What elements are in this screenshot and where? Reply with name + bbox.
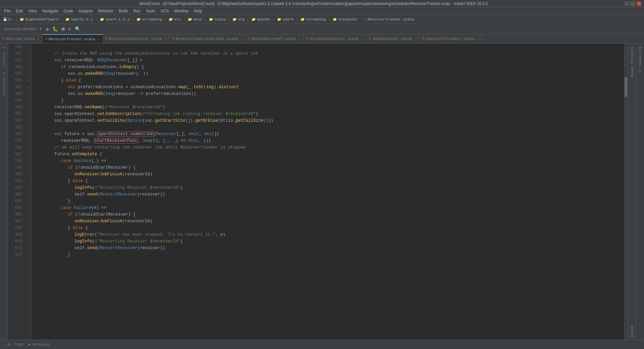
menu-file[interactable]: File [1, 8, 13, 14]
tab-close-iit[interactable]: ✕ [477, 37, 479, 41]
maven-projects-label[interactable]: Maven Projects [629, 44, 636, 80]
gutter-marker-610[interactable]: ○ [25, 238, 31, 245]
gutter-marker-586[interactable]: ○ [25, 77, 31, 84]
project-panel-toggle[interactable]: 1: Project [1, 45, 6, 68]
menu-view[interactable]: View [25, 8, 40, 14]
code-lines[interactable]: // Create the RDD using the scheduledLoc… [32, 44, 624, 340]
gutter-marker-585[interactable]: ○ [25, 70, 31, 77]
code-line-608: } else { [34, 225, 621, 231]
editor-area[interactable]: 581 582 583 584 585 586 587 588 589 590 … [8, 44, 628, 340]
terminal-tab[interactable]: ▶ Terminal [26, 342, 52, 347]
tab-jobscheduler[interactable]: S JobScheduler.scala ✕ [366, 34, 420, 43]
tab-rpcendpointref[interactable]: S RpcEndpointRef.scala ✕ [246, 34, 304, 43]
run-config[interactable]: SparkSQLUDFUDAF ▼ [1, 27, 44, 31]
tab-receivertracker[interactable]: S ReceiverTracker.scala ✕ [43, 34, 103, 43]
tab-close-js[interactable]: ✕ [415, 37, 417, 41]
gutter-marker-599[interactable]: ○ [25, 164, 31, 171]
more-button[interactable]: ⚙ [67, 25, 71, 33]
maximize-button[interactable]: □ [631, 1, 635, 6]
menu-build[interactable]: Build [116, 8, 130, 14]
gutter-marker-602[interactable]: ○ [25, 184, 31, 191]
tab-close-rpc[interactable]: ✕ [299, 37, 301, 41]
folder-icon: 📁 [300, 17, 305, 22]
gutter-marker-597[interactable]: ○ [25, 151, 31, 158]
menu-analyze[interactable]: Analyze [76, 8, 96, 14]
gutter-marker-611[interactable]: ○ [25, 245, 31, 251]
breadcrumb-org[interactable]: 📁 org [231, 17, 246, 22]
menu-run[interactable]: Run [130, 8, 143, 14]
tab-close-dstream[interactable]: ✕ [38, 37, 40, 41]
tab-close-rs[interactable]: ✕ [165, 37, 167, 41]
minimize-button[interactable]: ─ [625, 1, 629, 6]
close-button[interactable]: ✕ [637, 1, 641, 6]
gutter-marker-588[interactable]: ○ [25, 91, 31, 97]
menu-help[interactable]: Help [191, 8, 205, 14]
breadcrumb-spark[interactable]: 📁 spark [275, 17, 295, 22]
gutter-marker-587[interactable]: ○ [25, 84, 31, 91]
menu-refactor[interactable]: Refactor [96, 8, 116, 14]
vertical-scrollbar[interactable] [624, 44, 628, 340]
breadcrumb-scheduler[interactable]: 📁 scheduler [331, 17, 359, 22]
gutter-marker-592[interactable]: ○ [25, 117, 31, 124]
breadcrumb-main[interactable]: 📁 main [186, 17, 203, 22]
menu-edit[interactable]: Edit [13, 8, 25, 14]
menu-code[interactable]: Code [61, 8, 76, 14]
tab-close-rsi[interactable]: ✕ [240, 37, 243, 41]
breadcrumb-streaming[interactable]: 📁 streaming [135, 17, 163, 22]
gutter-marker-590[interactable]: ○ [25, 104, 31, 111]
search-everywhere[interactable]: 🔍 [74, 25, 81, 33]
menu-window[interactable]: Window [171, 8, 191, 14]
code-line-598: case Success(_) => [34, 158, 621, 164]
menu-vcs[interactable]: VCS [158, 8, 172, 14]
code-line-612: } [34, 251, 621, 258]
tab-receiversupervisorimpl[interactable]: S ReceiverSupervisorImpl.scala ✕ [170, 34, 246, 43]
title-bar: WordCount - [D:\IdeaProjects\WordCount] … [0, 0, 644, 7]
breadcrumb-d[interactable]: 💾 D: [1, 17, 14, 22]
title-text: WordCount - [D:\IdeaProjects\WordCount] … [3, 1, 625, 6]
scroll-thumb[interactable] [625, 77, 627, 97]
stop-button[interactable]: ⏹ [60, 26, 66, 33]
favorites-label[interactable]: 2: Favorites [637, 44, 644, 75]
tab-dstream[interactable]: S DStream.scala ✕ [0, 34, 43, 43]
gutter-marker-609[interactable]: ○ [25, 231, 31, 238]
tab-receiversupervisor[interactable]: S ReceiverSupervisor.scala ✕ [103, 34, 170, 43]
breadcrumb-spark161[interactable]: 📁 spark1.6.1 [64, 17, 94, 22]
breadcrumb-spark-161[interactable]: 📁 spark-1.6.1 [98, 17, 131, 22]
run-button[interactable]: ▶ [46, 25, 50, 33]
gutter: ○ ○ ○ ○ ○ ○ ○ ○ ○ ○ ○ ○ ○ ○ ○ ○ [25, 44, 32, 340]
tab-close-sc[interactable]: ✕ [361, 37, 363, 41]
tab-inputinfotracker[interactable]: S InputInfoTracker.scala ✕ [420, 34, 482, 43]
breadcrumb-scala[interactable]: 📁 scala [207, 17, 227, 22]
gutter-marker-603[interactable]: ○ [25, 191, 31, 198]
gutter-marker-594[interactable]: ○ [25, 131, 31, 137]
debug-button[interactable]: 🐛 [52, 25, 59, 33]
scala-icon: S [45, 37, 47, 41]
gutter-marker-583[interactable]: ○ [25, 57, 31, 64]
breadcrumb-src[interactable]: 📁 src [167, 17, 182, 22]
code-line-607: onReceiverJobFinish(receiverId) [34, 218, 621, 225]
breadcrumb-streaming2[interactable]: 📁 streaming [299, 17, 327, 22]
tab-close-receivertracker[interactable]: ✕ [98, 37, 100, 41]
menu-tools[interactable]: Tools [143, 8, 158, 14]
gutter-marker-600[interactable]: ○ [25, 171, 31, 178]
left-panel: 1: Project 2: Structure [0, 44, 8, 340]
gutter-marker-595[interactable]: ○ [25, 137, 31, 144]
tab-streamingcontext[interactable]: S StreamingContext.scala ✕ [304, 34, 366, 43]
build-label[interactable]: Build [629, 323, 636, 340]
code-line-600: onReceiverJobFinish(receiverId) [34, 171, 621, 178]
code-line-610: logInfo(s"Restarting Receiver $receiverI… [34, 238, 621, 245]
breadcrumb-apache[interactable]: 📁 apache [250, 17, 272, 22]
gutter-marker-606[interactable]: ○ [25, 211, 31, 218]
todo-tab[interactable]: ⚠ 6: TODO [1, 342, 26, 347]
code-line-602: logInfo(s"Restarting Receiver $receiverI… [34, 184, 621, 191]
gutter-marker-584[interactable]: ○ [25, 64, 31, 70]
structure-panel-toggle[interactable]: 2: Structure [1, 70, 6, 97]
gutter-marker-607[interactable]: ○ [25, 218, 31, 225]
folder-icon: 📁 [19, 17, 24, 22]
breadcrumb-bigdata[interactable]: 📁 BigDataSoftware [18, 17, 60, 22]
menu-navigate[interactable]: Navigate [40, 8, 61, 14]
breadcrumb-receivertracker[interactable]: S ReceiverTracker.scala [363, 17, 416, 21]
folder-icon: 📁 [209, 17, 213, 22]
folder-icon: 📁 [251, 17, 256, 22]
gutter-marker-591[interactable]: ○ [25, 111, 31, 117]
